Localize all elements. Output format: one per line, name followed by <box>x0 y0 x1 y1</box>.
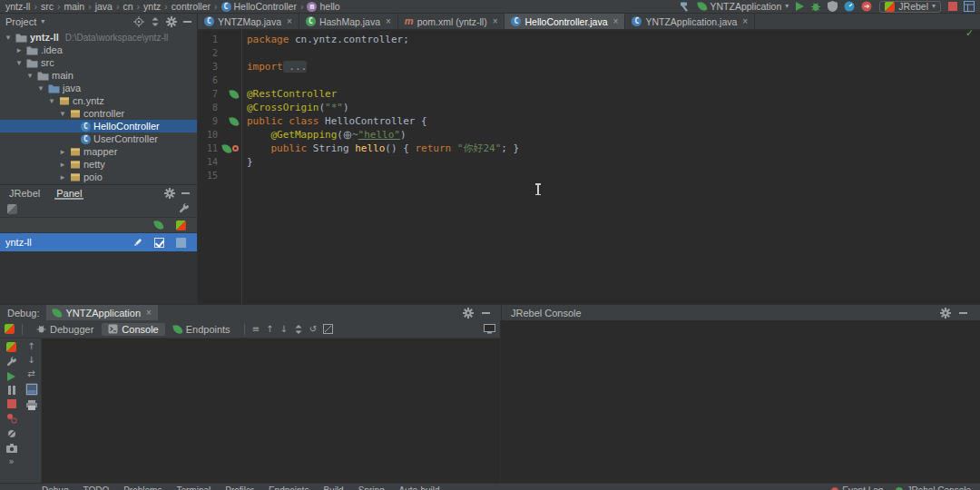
tree-item-src[interactable]: ▾src <box>0 56 197 69</box>
tree-item-poio[interactable]: ▸poio <box>0 171 197 183</box>
statusbar-item-endpoints[interactable]: Endpoints <box>269 485 309 490</box>
tree-item-hellocontroller[interactable]: CHelloController <box>0 120 197 132</box>
statusbar-item-todo[interactable]: TODO <box>83 485 109 490</box>
code-line-9[interactable]: 9public class HelloController { <box>198 114 980 128</box>
settings-gear-icon[interactable] <box>166 16 177 27</box>
editor[interactable]: 1package cn.yntz.controller;23import ...… <box>198 30 980 304</box>
breadcrumb-item-hello[interactable]: mhello <box>307 1 339 12</box>
statusbar-item-profiler[interactable]: Profiler <box>225 485 254 490</box>
rerun-icon[interactable] <box>5 324 15 334</box>
editor-tab-hellocontroller-java[interactable]: CHelloController.java× <box>505 14 625 29</box>
code-line-7[interactable]: 7@RestController <box>198 87 980 101</box>
breadcrumb-item-src[interactable]: src <box>41 1 54 12</box>
build-hammer-icon[interactable] <box>680 1 691 12</box>
debug-session-tab[interactable]: YNTZApplication × <box>46 305 157 320</box>
breadcrumb-item-yntz-ll[interactable]: yntz-ll <box>5 1 30 12</box>
chevron-down-icon[interactable]: ▾ <box>47 96 56 105</box>
scroll-to-bottom-icon[interactable]: ↓ <box>279 325 287 334</box>
breadcrumb-item-java[interactable]: java <box>95 1 113 12</box>
breadcrumb-item-hellocontroller[interactable]: CHelloController <box>221 1 297 12</box>
run-config-selector[interactable]: YNTZApplication ▾ <box>698 1 789 12</box>
jrebel-gray-icon[interactable] <box>7 204 17 214</box>
locate-icon[interactable] <box>133 16 144 27</box>
tab-panel[interactable]: Panel <box>54 187 83 200</box>
run-icon[interactable] <box>796 2 804 11</box>
code-line-10[interactable]: 10 @GetMapping(~"hello") <box>198 128 980 142</box>
layout-icon[interactable] <box>25 383 38 396</box>
code-line-14[interactable]: 14} <box>198 155 980 169</box>
editor-tab-yntzmap-java[interactable]: CYNTZMap.java× <box>198 14 299 29</box>
chevron-right-icon[interactable]: ▸ <box>58 172 67 181</box>
chevron-down-icon[interactable]: ▾ <box>25 71 34 80</box>
tree-item-controller[interactable]: ▾controller <box>0 107 197 120</box>
tree-item-main[interactable]: ▾main <box>0 69 197 82</box>
spring-leaf-icon[interactable] <box>230 90 239 99</box>
editor-tab-pom-xml-yntz-ll[interactable]: mpom.xml (yntz-ll)× <box>398 14 505 29</box>
jrebel-reload-column-icon[interactable] <box>148 220 170 230</box>
resume-icon[interactable] <box>7 372 15 381</box>
jrebel-enabled-checkbox[interactable] <box>154 238 164 248</box>
jrebel-console-title[interactable]: JRebel Console <box>511 308 582 318</box>
tree-item-mapper[interactable]: ▸mapper <box>0 145 197 158</box>
chevron-down-icon[interactable]: ▾ <box>41 18 44 25</box>
mute-breakpoints-icon[interactable] <box>6 428 17 439</box>
hide-icon[interactable] <box>181 192 190 194</box>
more-icon[interactable]: » <box>8 457 14 466</box>
profiler-icon[interactable] <box>844 1 855 12</box>
tree-item-java[interactable]: ▾java <box>0 82 197 94</box>
statusbar-item-debug[interactable]: Debug <box>42 485 68 490</box>
editor-tab-hashmap-java[interactable]: CHashMap.java× <box>299 14 398 29</box>
chevron-right-icon[interactable]: ▸ <box>58 147 67 156</box>
code-line-1[interactable]: 1package cn.yntz.controller; <box>198 33 980 46</box>
project-panel-title[interactable]: Project <box>5 16 36 27</box>
tree-item-idea[interactable]: ▸.idea <box>0 44 197 56</box>
chevron-down-icon[interactable]: ▾ <box>4 33 13 42</box>
swap-icon[interactable]: ⇄ <box>27 369 34 378</box>
view-breakpoints-icon[interactable] <box>6 413 17 424</box>
tree-item-yntz-ll[interactable]: ▾yntz-llD:\Data\workspace\yntz-ll <box>0 31 197 44</box>
tab-jrebel[interactable]: JRebel <box>7 187 42 200</box>
statusbar-item-jrebel-console[interactable]: JRebel Console <box>896 485 971 490</box>
code-line-3[interactable]: 3import ... <box>198 60 980 74</box>
code-line-6[interactable]: 6 <box>198 74 980 87</box>
chevron-right-icon[interactable]: ▸ <box>15 45 24 54</box>
breadcrumb-item-main[interactable]: main <box>64 1 84 12</box>
scroll-to-top-icon[interactable]: ↑ <box>266 325 273 334</box>
edit-pencil-icon[interactable] <box>126 238 148 248</box>
code-line-2[interactable]: 2 <box>198 46 980 60</box>
debug-tab-debugger[interactable]: Debugger <box>30 323 100 336</box>
chevron-down-icon[interactable]: ▾ <box>15 58 24 67</box>
jrebel-remote-column-icon[interactable] <box>170 220 191 230</box>
history-icon[interactable]: ↺ <box>309 325 317 334</box>
hide-icon[interactable] <box>482 312 490 314</box>
chevron-down-icon[interactable]: ▾ <box>58 109 67 118</box>
chevron-right-icon[interactable]: ▸ <box>58 160 67 169</box>
monitor-icon[interactable] <box>484 324 495 334</box>
statusbar-item-event-log[interactable]: Event Log <box>831 485 883 490</box>
attach-icon[interactable] <box>861 1 872 12</box>
pause-icon[interactable] <box>7 386 16 395</box>
debug-bug-icon[interactable] <box>810 1 821 12</box>
statusbar-item-problems[interactable]: Problems <box>123 485 162 490</box>
statusbar-item-terminal[interactable]: Terminal <box>176 485 211 490</box>
jrebel-module-row[interactable]: yntz-ll <box>0 233 197 251</box>
debug-tab-endpoints[interactable]: Endpoints <box>167 323 237 336</box>
settings-gear-icon[interactable] <box>164 188 175 199</box>
camera-icon[interactable] <box>6 444 17 453</box>
tree-item-cn-yntz[interactable]: ▾cn.yntz <box>0 94 197 107</box>
clear-all-icon[interactable] <box>323 324 333 334</box>
coverage-icon[interactable] <box>828 1 838 12</box>
statusbar-item-spring[interactable]: Spring <box>358 485 385 490</box>
jrebel-dropdown-button[interactable]: JRebel ▾ <box>879 1 941 13</box>
spring-leaf-icon[interactable] <box>230 117 239 126</box>
code-line-11[interactable]: 11 public String hello() { return "你好24"… <box>198 142 980 155</box>
statusbar-item-auto-build[interactable]: Auto-build <box>399 485 440 490</box>
console-output-area[interactable] <box>42 338 500 483</box>
hide-icon[interactable] <box>959 312 967 314</box>
jrebel-console-area[interactable] <box>501 320 980 483</box>
debug-tab-console[interactable]: Console <box>102 323 164 336</box>
editor-tab-yntzapplication-java[interactable]: CYNTZApplication.java× <box>625 14 755 29</box>
soft-wrap-icon[interactable]: ≡ <box>252 325 260 334</box>
breadcrumb-item-cn[interactable]: cn <box>122 1 132 12</box>
rerun-icon[interactable] <box>6 342 16 352</box>
